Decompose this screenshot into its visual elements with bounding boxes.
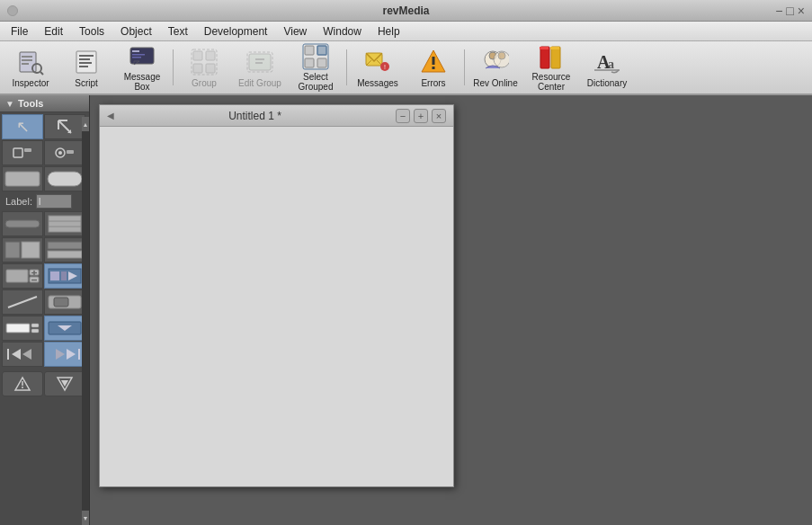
group-icon [190, 48, 219, 76]
edit-group-label: Edit Group [238, 78, 281, 88]
menu-view[interactable]: View [276, 23, 314, 40]
inspector-label: Inspector [12, 78, 49, 88]
svg-rect-52 [13, 148, 22, 157]
menu-text[interactable]: Text [161, 23, 195, 40]
tool-action-next[interactable] [44, 371, 85, 396]
svg-rect-10 [79, 66, 88, 67]
svg-line-48 [58, 120, 71, 133]
sub-window: ◀ Untitled 1 * − + × [99, 104, 454, 487]
main-window: revMedia − □ × File Edit Tools Object Te… [0, 0, 812, 525]
tool-button-round[interactable] [44, 166, 85, 191]
rev-online-button[interactable]: Rev Online [468, 43, 522, 92]
svg-rect-7 [79, 55, 94, 57]
svg-rect-15 [132, 57, 141, 58]
svg-marker-85 [12, 349, 21, 360]
svg-rect-8 [79, 58, 90, 60]
svg-line-5 [40, 72, 43, 75]
errors-label: Errors [421, 78, 445, 88]
tool-select-arrow[interactable]: ↖ [2, 114, 43, 139]
edit-group-icon [245, 48, 274, 76]
svg-rect-18 [193, 64, 202, 73]
tool-checkbox[interactable] [2, 140, 43, 165]
sub-window-minimize[interactable]: − [396, 109, 410, 123]
menu-help[interactable]: Help [370, 23, 407, 40]
maximize-button[interactable]: □ [786, 4, 793, 17]
tool-radio[interactable] [44, 140, 85, 165]
svg-marker-86 [22, 349, 31, 360]
tool-action-prev[interactable] [2, 371, 43, 396]
script-label: Script [75, 78, 98, 88]
svg-point-93 [22, 387, 23, 388]
group-button: Group [177, 43, 231, 92]
svg-rect-3 [22, 63, 29, 65]
menu-edit[interactable]: Edit [37, 23, 70, 40]
svg-rect-36 [433, 57, 435, 65]
svg-rect-80 [6, 324, 30, 333]
script-button[interactable]: Script [59, 43, 113, 92]
tool-input-field[interactable] [2, 316, 43, 341]
svg-rect-19 [206, 64, 215, 73]
svg-marker-88 [67, 349, 76, 360]
svg-rect-37 [433, 67, 435, 69]
group-label: Group [192, 78, 217, 88]
menu-object[interactable]: Object [113, 23, 159, 40]
tool-scrollbar-x[interactable] [44, 289, 85, 315]
svg-rect-25 [305, 46, 314, 55]
tool-tab-h[interactable] [44, 237, 85, 262]
sub-window-maximize[interactable]: + [414, 109, 428, 123]
title-bar-close-dot[interactable] [7, 5, 18, 16]
sub-window-close[interactable]: × [432, 109, 446, 123]
svg-rect-26 [317, 46, 326, 55]
tool-line[interactable] [2, 289, 43, 315]
menu-development[interactable]: Development [197, 23, 275, 40]
minimize-button[interactable]: − [775, 4, 782, 17]
message-box-button[interactable]: Message Box [115, 43, 169, 92]
sub-window-controls: − + × [396, 109, 446, 123]
dictionary-button[interactable]: A a Dictionary [580, 43, 634, 92]
label-text: Label: [5, 196, 32, 207]
svg-rect-79 [54, 298, 68, 307]
svg-rect-65 [48, 242, 82, 249]
close-button[interactable]: × [798, 4, 805, 17]
svg-rect-2 [22, 59, 32, 61]
menu-tools[interactable]: Tools [72, 23, 112, 40]
resource-center-button[interactable]: Resource Center [524, 43, 578, 92]
sub-window-collapse[interactable]: ◀ [107, 111, 114, 120]
tool-button-rect[interactable] [2, 166, 43, 191]
menu-file[interactable]: File [4, 23, 35, 40]
svg-line-77 [8, 297, 37, 307]
tool-scrollbar-h[interactable] [2, 211, 43, 236]
tool-media-next[interactable] [44, 342, 85, 367]
tools-scroll-down[interactable]: ▼ [82, 511, 89, 525]
tools-scroll-up[interactable]: ▲ [82, 117, 89, 131]
title-bar-left [7, 5, 18, 16]
svg-rect-12 [132, 50, 139, 52]
errors-button[interactable]: Errors [406, 43, 460, 92]
menu-window[interactable]: Window [316, 23, 369, 40]
select-grouped-icon [301, 43, 330, 70]
svg-rect-17 [206, 51, 215, 60]
svg-point-55 [58, 151, 62, 155]
tool-player[interactable] [44, 263, 85, 289]
svg-rect-81 [31, 324, 39, 327]
label-input[interactable] [36, 194, 72, 209]
svg-rect-14 [132, 54, 145, 56]
tool-tab-v[interactable] [2, 237, 43, 262]
script-icon [72, 48, 101, 76]
tool-spin[interactable] [2, 263, 43, 289]
svg-rect-1 [22, 56, 32, 58]
svg-rect-74 [50, 271, 59, 280]
messages-label: Messages [357, 78, 398, 88]
toolbar: Inspector Script [0, 41, 812, 95]
tool-combo-down[interactable] [44, 316, 85, 341]
tool-media-prev[interactable] [2, 342, 43, 367]
messages-button[interactable]: ! Messages [351, 43, 405, 92]
tool-select-move[interactable] [44, 114, 85, 139]
select-grouped-button[interactable]: Select Grouped [289, 43, 343, 92]
title-bar: revMedia − □ × [0, 0, 812, 22]
inspector-button[interactable]: Inspector [4, 43, 58, 92]
svg-text:a: a [608, 58, 614, 71]
svg-rect-56 [67, 150, 74, 154]
tools-collapse-arrow[interactable]: ▼ [5, 99, 14, 109]
tool-list[interactable] [44, 211, 85, 236]
